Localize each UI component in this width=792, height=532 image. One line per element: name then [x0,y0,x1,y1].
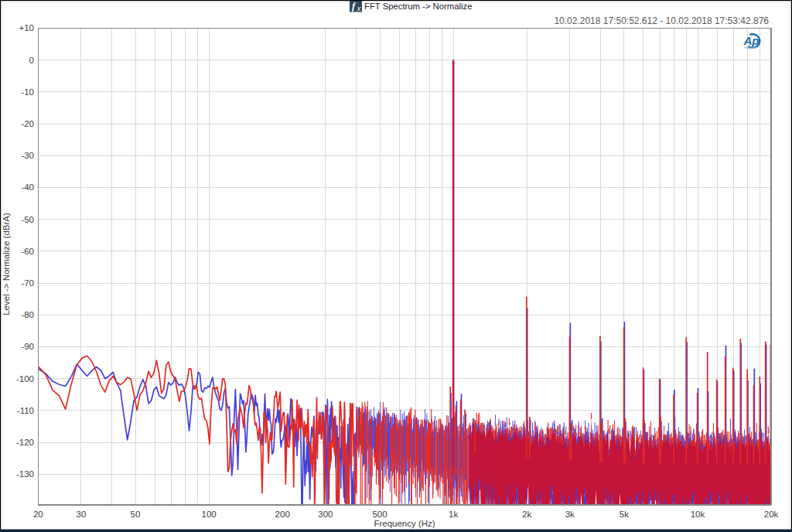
svg-text:5k: 5k [620,510,629,519]
svg-text:3k: 3k [565,510,575,519]
svg-text:500: 500 [372,510,387,519]
svg-text:-60: -60 [21,247,34,256]
svg-text:20: 20 [33,510,43,519]
svg-text:-120: -120 [16,438,34,447]
svg-text:30: 30 [77,510,87,519]
svg-text:-110: -110 [17,406,34,415]
svg-text:-10: -10 [21,87,34,97]
svg-text:10.02.2018 17:50:52.612 - 10.0: 10.02.2018 17:50:52.612 - 10.02.2018 17:… [554,15,769,26]
svg-text:Frequency (Hz): Frequency (Hz) [374,519,435,528]
svg-text:-130: -130 [16,469,34,479]
svg-text:-100: -100 [16,374,34,384]
svg-text:1k: 1k [449,510,458,519]
svg-text:Ap: Ap [743,34,760,47]
svg-text:50: 50 [131,510,141,519]
svg-text:-40: -40 [21,182,34,192]
svg-text:Level -> Normalize (dBrA): Level -> Normalize (dBrA) [2,213,11,315]
svg-text:300: 300 [318,510,333,519]
svg-text:10k: 10k [691,510,705,519]
svg-text:-30: -30 [21,151,34,160]
svg-text:2k: 2k [522,510,531,519]
svg-text:x: x [357,5,361,12]
svg-text:FFT Spectrum -> Normalize: FFT Spectrum -> Normalize [364,2,472,11]
svg-text:20k: 20k [764,510,779,519]
svg-text:0: 0 [29,56,34,65]
svg-text:-50: -50 [21,215,34,224]
svg-text:200: 200 [275,510,290,519]
svg-text:-70: -70 [21,278,34,288]
svg-text:-90: -90 [21,342,34,351]
svg-text:-80: -80 [21,310,34,319]
svg-text:+10: +10 [19,23,34,32]
svg-text:100: 100 [202,510,217,519]
svg-text:-20: -20 [21,119,34,128]
